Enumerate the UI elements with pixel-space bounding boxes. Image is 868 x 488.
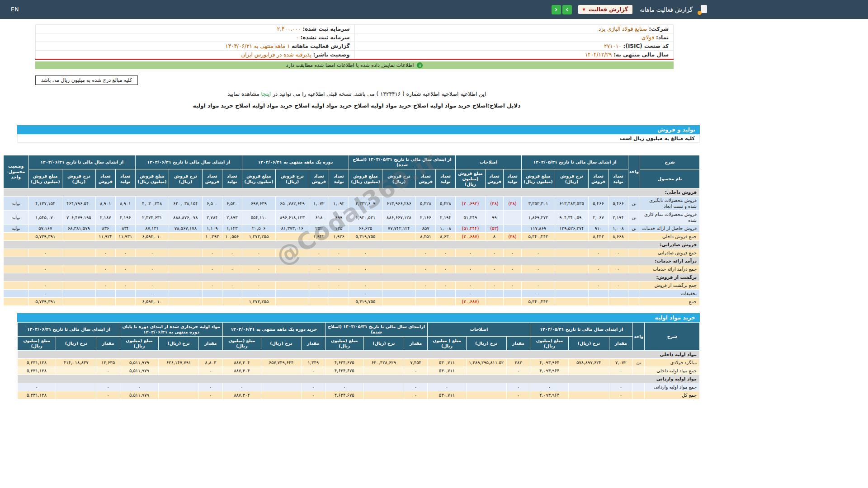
value-cell: (۳۸) bbox=[503, 197, 521, 211]
value-cell: ۵۷,۱۶۷ bbox=[28, 225, 62, 233]
page-content: شرکت: صنایع فولاد آلیاژی یزد سرمایه ثبت … bbox=[0, 24, 713, 399]
value-cell bbox=[115, 298, 135, 306]
value-cell bbox=[202, 290, 222, 298]
value-cell: (۲۰,۶۸۷) bbox=[455, 233, 485, 241]
value-cell: (۲۰,۶۹۲) bbox=[455, 197, 485, 211]
value-cell: ۱,۰۰۸ bbox=[435, 225, 455, 233]
unit-cell bbox=[628, 298, 640, 306]
col-sub-header: مبلغ (میلیون ریال) bbox=[222, 337, 261, 351]
value-cell bbox=[159, 391, 199, 399]
report-period-label: گزارش فعالیت ماهانه bbox=[292, 43, 349, 49]
value-cell bbox=[261, 383, 301, 391]
value-cell: ۰ bbox=[521, 282, 555, 290]
amendment-text-after: مشاهده نمایید bbox=[227, 91, 259, 97]
value-cell: ۰ bbox=[309, 249, 329, 257]
value-cell bbox=[169, 298, 202, 306]
row-label-cell: فروش حاصل از ارائه خدمات bbox=[640, 225, 700, 233]
value-cell: ۱,۳۴۹ bbox=[301, 358, 325, 366]
value-cell bbox=[309, 290, 329, 298]
info-cell: کد صنعت (ISIC): ۲۷۱۰۱۰ bbox=[354, 42, 674, 51]
col-sub-header: نرخ فروش (ریال) bbox=[382, 169, 415, 188]
col-sub-header: تعداد فروش bbox=[415, 169, 435, 188]
value-cell: ۵۵۴,۱۱۰ bbox=[242, 211, 275, 225]
value-cell: ۰ bbox=[309, 265, 329, 273]
header-group-row: شرحواحداز ابتدای سال مالی تا تاریخ ۱۴۰۴/… bbox=[18, 323, 700, 337]
company-name-link[interactable]: صنایع فولاد آلیاژی یزد bbox=[599, 26, 647, 32]
value-cell: ۰ bbox=[135, 290, 169, 298]
info-row: سال مالی منتهی به: ۱۴۰۴/۱۲/۲۹ وضعیت ناشر… bbox=[36, 51, 674, 60]
language-toggle-en[interactable]: EN bbox=[6, 6, 19, 13]
value-cell bbox=[609, 290, 628, 298]
value-cell: ۶,۵۰۰ bbox=[202, 197, 222, 211]
col-sub-header: نرخ (ریال) bbox=[363, 337, 404, 351]
value-cell: ۰ bbox=[120, 383, 158, 391]
next-report-button[interactable]: › bbox=[562, 5, 572, 14]
report-type-dropdown[interactable]: گزارش فعالیت ▼ bbox=[578, 5, 633, 14]
value-cell bbox=[555, 282, 589, 290]
value-cell: ۴,۰۹۳,۹۶۴ bbox=[530, 366, 569, 375]
col-sub-header: مبلغ ( میلیون ریال) bbox=[428, 337, 466, 351]
table-row: فروش حاصل از ارائه خدماتتن۱,۰۰۸۹۱۰۱۲۹,۵۲… bbox=[3, 225, 699, 233]
value-cell: ۱۲,۶۳۵ bbox=[96, 358, 120, 366]
value-cell: ۲۰,۵۰۶ bbox=[242, 225, 275, 233]
value-cell: ۷۸,۵۶۷,۱۷۸ bbox=[169, 225, 202, 233]
col-group-header: از ابتدای سال مالی تا تاریخ ۱۴۰۴/۰۶/۳۱ bbox=[135, 155, 242, 169]
value-cell: ۸۸۷,۳۰۴ bbox=[222, 391, 261, 399]
value-cell bbox=[503, 298, 521, 306]
value-cell bbox=[169, 265, 202, 273]
col-sub-header: مبلغ فروش (میلیون ریال) bbox=[28, 169, 62, 188]
value-cell: ۰ bbox=[199, 391, 223, 399]
value-cell: ۰ bbox=[609, 391, 633, 399]
value-cell: ۶۵۷,۷۴۹,۶۴۴ bbox=[261, 358, 301, 366]
col-group-header: از ابتدای سال مالی تا تاریخ ۱۴۰۴/۰۵/۳۱ bbox=[521, 155, 628, 169]
value-cell: ۰ bbox=[503, 265, 521, 273]
info-row: شرکت: صنایع فولاد آلیاژی یزد سرمایه ثبت … bbox=[36, 25, 674, 33]
value-cell bbox=[222, 290, 242, 298]
value-cell: ۴,۰۳۰,۲۴۸ bbox=[135, 197, 169, 211]
signed-data-notice-text: اطلاعات نمایش داده شده با اطلاعات امضا ش… bbox=[286, 62, 414, 68]
company-info-table: شرکت: صنایع فولاد آلیاژی یزد سرمایه ثبت … bbox=[35, 24, 674, 60]
col-sub-header: نرخ (ریال) bbox=[466, 337, 506, 351]
value-cell bbox=[589, 290, 609, 298]
prev-report-button[interactable]: ‹ bbox=[552, 5, 561, 14]
value-cell bbox=[275, 298, 309, 306]
value-cell bbox=[503, 290, 521, 298]
info-cell: سرمایه ثبت نشده: ۰ bbox=[36, 33, 355, 42]
status-cell: تولید bbox=[3, 211, 28, 225]
value-cell: ۶۱۳,۴۸۳,۵۳۵ bbox=[555, 197, 589, 211]
top-bar: گزارش فعالیت ماهانه گزارش فعالیت ▼ › ‹ E… bbox=[0, 0, 868, 19]
value-cell: ۰ bbox=[521, 290, 555, 298]
value-cell bbox=[275, 233, 309, 241]
value-cell: ۰ bbox=[242, 290, 275, 298]
fiscal-year-label: سال مالی منتهی به: bbox=[613, 52, 669, 58]
document-icon bbox=[701, 5, 707, 13]
value-cell: ۰ bbox=[404, 383, 428, 391]
value-cell: ۰ bbox=[349, 282, 382, 290]
value-cell: ۰ bbox=[202, 265, 222, 273]
value-cell: ۶۲۰,۴۲۸,۶۲۹ bbox=[363, 358, 404, 366]
amounts-note-inline: کلیه مبالغ به میلیون ریال است bbox=[17, 134, 700, 143]
amendment-text-before: این اطلاعیه اصلاحیه اطلاعیه شماره ( ۱۴۲۴… bbox=[273, 91, 486, 97]
status-cell: تولید bbox=[3, 197, 28, 211]
value-cell bbox=[56, 366, 96, 375]
report-icon[interactable] bbox=[699, 5, 707, 14]
value-cell: ۰ bbox=[28, 282, 62, 290]
info-cell: گزارش فعالیت ماهانه ۱ ماهه منتهی به ۱۴۰۴… bbox=[36, 42, 355, 51]
table-row: جمع مواد اولیه وارداتی۰۰۰۰۰۰۰۰۰۰۰۰ bbox=[18, 383, 700, 391]
value-cell bbox=[329, 298, 349, 306]
previous-version-link[interactable]: اینجا bbox=[261, 91, 271, 97]
row-label-cell: جمع کل bbox=[645, 391, 700, 399]
value-cell: ۰ bbox=[415, 282, 435, 290]
value-cell: ۰ bbox=[115, 282, 135, 290]
value-cell: ۰ bbox=[95, 282, 115, 290]
unregistered-capital-value: ۰ bbox=[296, 34, 298, 41]
value-cell: ۴۶۴,۷۹۶,۵۴۰ bbox=[62, 197, 95, 211]
col-group-header: اصلاحات bbox=[428, 323, 530, 337]
col-group-header: مواد اولیه خریداری شده از ابتدای دوره تا… bbox=[120, 323, 222, 337]
value-cell: ۰ bbox=[609, 366, 633, 375]
col-header-desc: شرح bbox=[645, 323, 700, 351]
value-cell: ۵۳۰,۷۱۱ bbox=[428, 366, 466, 375]
value-cell: (۵۳) bbox=[485, 225, 503, 233]
info-cell: وضعیت ناشر: پذیرفته شده در فرابورس ایران bbox=[36, 51, 355, 60]
value-cell: ۵,۲۳۱,۱۲۸ bbox=[18, 366, 56, 375]
